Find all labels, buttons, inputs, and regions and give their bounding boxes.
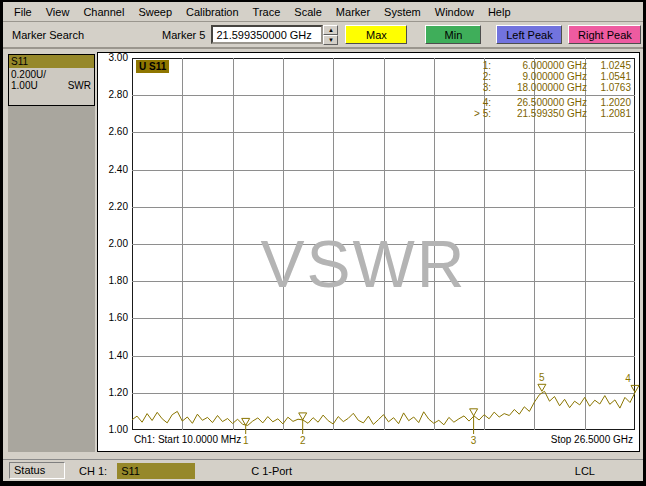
y-tick-label: 1.00 [97,424,128,435]
menu-window[interactable]: Window [428,4,481,20]
analyzer-window: FileViewChannelSweepCalibrationTraceScal… [0,0,646,486]
marker-readout-row: 1:6.000000 GHz1.0245 [467,60,631,71]
marker-readout-row: > 5:21.599350 GHz1.2081 [467,108,631,119]
marker-readout-row: 4:26.500000 GHz1.2020 [467,97,631,108]
menu-help[interactable]: Help [481,4,518,20]
trace-sidebar: S11 0.200U/ 1.00U SWR [8,54,95,452]
marker-readout-row: 2:9.000000 GHz1.0541 [467,71,631,82]
marker-frequency-spinner: ▲ ▼ [211,25,338,44]
marker-readout-number: > 5: [467,108,491,119]
spinner-up-button[interactable]: ▲ [323,25,338,35]
trace-ref-label: 1.00U [11,80,38,91]
marker-readout-frequency: 26.500000 GHz [491,97,587,108]
menu-sweep[interactable]: Sweep [131,4,179,20]
graticule-area: VSWR 12345 U S11 1:6.000000 GHz1.02452:9… [132,58,635,430]
status-label: Status [9,462,65,479]
menu-calibration[interactable]: Calibration [179,4,246,20]
marker-readout-value: 1.0541 [587,71,631,82]
menu-channel[interactable]: Channel [76,4,131,20]
status-trace-badge[interactable]: S11 [117,463,195,479]
marker-readout-frequency: 21.599350 GHz [491,108,587,119]
left-peak-button[interactable]: Left Peak [496,25,562,44]
channel-label: CH 1: [79,465,107,477]
lcl-mode-label: LCL [575,465,595,477]
menu-trace[interactable]: Trace [246,4,288,20]
marker-readout-frequency: 6.000000 GHz [491,60,587,71]
marker-readout-value: 1.0245 [587,60,631,71]
marker-readout-number: 3: [467,82,491,93]
marker-readout-value: 1.0763 [587,82,631,93]
menu-system[interactable]: System [377,4,428,20]
marker-readout-row: 3:18.000000 GHz1.0763 [467,82,631,93]
max-button[interactable]: Max [345,25,407,44]
y-tick-label: 2.00 [97,238,128,249]
spinner-down-button[interactable]: ▼ [323,35,338,45]
marker-readout-number: 1: [467,60,491,71]
menu-view[interactable]: View [39,4,77,20]
trace-format-label: SWR [68,80,91,91]
trace-label-badge: U S11 [136,60,169,73]
trace-scale-label: 0.200U/ [9,68,94,80]
y-tick-label: 1.40 [97,350,128,361]
y-axis-labels: 3.002.802.602.402.202.001.801.601.401.20… [98,53,129,451]
y-tick-label: 2.80 [97,89,128,100]
trace-name-label[interactable]: S11 [9,55,94,68]
calibration-status-label: C 1-Port [251,465,292,477]
x-axis-labels: Ch1: Start 10.0000 MHz Stop 26.5000 GHz [132,434,635,445]
min-button[interactable]: Min [425,25,481,44]
marker-search-toolbar: Marker Search Marker 5 ▲ ▼ MaxMinLeft Pe… [3,22,643,49]
marker-readout-frequency: 9.000000 GHz [491,71,587,82]
menu-bar: FileViewChannelSweepCalibrationTraceScal… [3,2,643,22]
svg-text:5: 5 [539,372,545,383]
y-tick-label: 3.00 [97,52,128,63]
marker-readout-value: 1.2081 [587,108,631,119]
main-area: S11 0.200U/ 1.00U SWR 3.002.802.602.402.… [3,49,643,459]
status-bar: Status CH 1: S11 C 1-Port LCL [3,459,643,481]
marker-frequency-input[interactable] [211,25,323,44]
svg-text:4: 4 [625,373,631,384]
y-tick-label: 1.80 [97,275,128,286]
trace-info-panel[interactable]: S11 0.200U/ 1.00U SWR [8,54,95,106]
y-tick-label: 2.20 [97,201,128,212]
marker-number-label: Marker 5 [162,29,205,41]
y-tick-label: 1.20 [97,387,128,398]
marker-readout-number: 2: [467,71,491,82]
menu-file[interactable]: File [7,4,39,20]
plot-panel: 3.002.802.602.402.202.001.801.601.401.20… [97,52,640,452]
toolbar-buttons: MaxMinLeft PeakRight Peak [338,25,641,44]
toolbar-title: Marker Search [12,29,162,41]
start-frequency-label: Ch1: Start 10.0000 MHz [134,434,241,445]
marker-readout-value: 1.2020 [587,97,631,108]
marker-readout-frequency: 18.000000 GHz [491,82,587,93]
marker-readout: 1:6.000000 GHz1.02452:9.000000 GHz1.0541… [467,60,631,119]
marker-readout-number: 4: [467,97,491,108]
menu-marker[interactable]: Marker [329,4,377,20]
y-tick-label: 1.60 [97,312,128,323]
vswr-watermark: VSWR [260,226,466,302]
y-tick-label: 2.60 [97,126,128,137]
menu-scale[interactable]: Scale [287,4,329,20]
right-peak-button[interactable]: Right Peak [568,25,641,44]
y-tick-label: 2.40 [97,164,128,175]
stop-frequency-label: Stop 26.5000 GHz [551,434,633,445]
